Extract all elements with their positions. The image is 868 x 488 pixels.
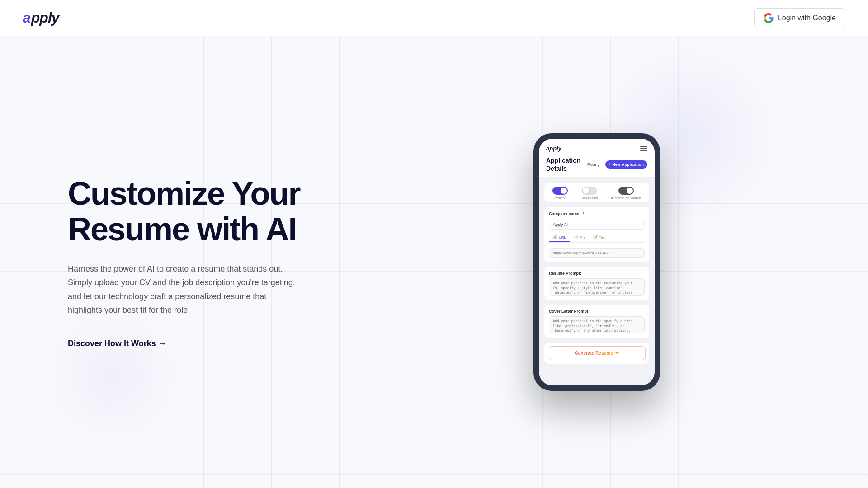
phone-header: apply ApplicationDetails Pricing: [539, 139, 655, 178]
google-icon: [764, 13, 774, 23]
phone-title-text: ApplicationDetails: [546, 157, 580, 172]
tab-text[interactable]: 📝 Text: [589, 233, 609, 242]
toggle-knob-interview-prep: [627, 188, 633, 194]
main-content: Customize Your Resume with AI Harness th…: [0, 36, 868, 488]
toggle-label-cover-letter: Cover Letter: [581, 197, 599, 200]
text-icon: 📝: [593, 235, 598, 239]
toggle-label-interview-prep: Interview Preparation: [611, 197, 641, 200]
cover-letter-prompt-textarea[interactable]: [549, 316, 645, 333]
hero-section: Customize Your Resume with AI Harness th…: [0, 176, 362, 348]
company-name-section: Company name: * Apply AI 🔗 URL 📄: [544, 207, 649, 262]
hamburger-menu-icon[interactable]: [640, 146, 647, 151]
toggle-interview-prep: Interview Preparation: [611, 187, 641, 200]
headline-line1: Customize Your: [68, 175, 300, 211]
phone-actions: Pricing + New Application: [585, 160, 647, 169]
login-with-google-button[interactable]: Login with Google: [754, 8, 845, 28]
toggle-knob-cover-letter: [583, 188, 589, 194]
header: apply Login with Google: [0, 0, 868, 36]
phone-screen-title: ApplicationDetails: [546, 156, 580, 173]
resume-prompt-label: Resume Prompt:: [549, 271, 645, 276]
toggle-switch-interview-prep[interactable]: [618, 187, 634, 195]
logo-apply-part: pply: [31, 9, 59, 26]
pricing-button[interactable]: Pricing: [585, 161, 603, 168]
tab-text-label: Text: [599, 235, 606, 239]
toggle-knob-resume: [561, 188, 567, 194]
url-input-field[interactable]: [549, 248, 645, 258]
tab-file[interactable]: 📄 File: [570, 233, 589, 242]
generate-button-wrapper: Generate Resume ✦: [544, 343, 649, 364]
logo-ai-part: a: [23, 9, 30, 26]
generate-resume-label: Generate Resume: [575, 351, 613, 356]
cover-letter-prompt-label: Cover Letter Prompt:: [549, 309, 645, 314]
url-icon: 🔗: [552, 235, 557, 239]
resume-prompt-section: Resume Prompt:: [544, 267, 649, 300]
logo: apply: [23, 9, 59, 26]
generate-resume-button[interactable]: Generate Resume ✦: [548, 346, 646, 360]
toggle-switch-cover-letter[interactable]: [582, 187, 597, 195]
cover-letter-prompt-section: Cover Letter Prompt:: [544, 305, 649, 338]
tab-url[interactable]: 🔗 URL: [549, 233, 570, 242]
input-method-tabs: 🔗 URL 📄 File 📝 Text: [549, 233, 645, 243]
phone-frame: apply ApplicationDetails Pricing: [533, 133, 660, 391]
toggle-label-resume: Resume: [554, 197, 566, 200]
new-application-button[interactable]: + New Application: [605, 160, 647, 169]
sparkle-icon: ✦: [615, 350, 619, 356]
toggle-cover-letter: Cover Letter: [581, 187, 599, 200]
resume-prompt-textarea[interactable]: [549, 278, 645, 296]
tab-file-label: File: [580, 235, 585, 239]
toggles-row: Resume Cover Letter: [544, 183, 649, 202]
tab-url-label: URL: [559, 235, 566, 239]
company-name-input[interactable]: Apply AI: [549, 220, 645, 230]
phone-logo: apply: [546, 145, 561, 152]
file-icon: 📄: [573, 235, 578, 239]
discover-link[interactable]: Discover How It Works →: [68, 339, 166, 348]
phone-top-bar: apply: [546, 145, 647, 152]
hero-headline: Customize Your Resume with AI: [68, 176, 326, 247]
toggle-switch-resume[interactable]: [552, 187, 568, 195]
phone-title-row: ApplicationDetails Pricing + New Applica…: [546, 156, 647, 173]
login-button-label: Login with Google: [778, 14, 836, 22]
phone-body: Resume Cover Letter: [539, 178, 655, 385]
phone-screen: apply ApplicationDetails Pricing: [539, 139, 655, 385]
required-indicator: *: [583, 211, 585, 216]
company-name-label: Company name: *: [549, 211, 645, 216]
headline-line2: Resume with AI: [68, 211, 296, 247]
toggle-resume: Resume: [552, 187, 568, 200]
hero-subtitle: Harness the power of AI to create a resu…: [68, 262, 303, 317]
phone-mockup-container: apply ApplicationDetails Pricing: [362, 133, 868, 391]
